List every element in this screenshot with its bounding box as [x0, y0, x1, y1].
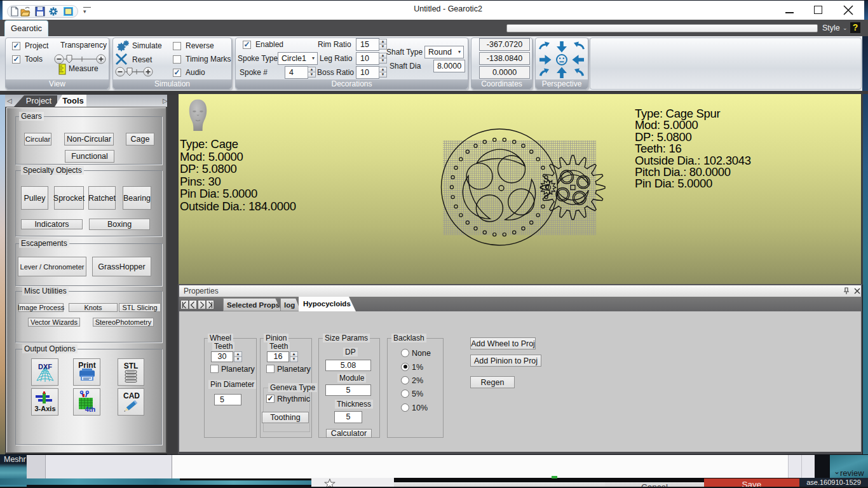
svg-text:Print: Print [78, 361, 95, 370]
svg-text:4th: 4th [85, 405, 95, 413]
svg-text:3-Axis: 3-Axis [34, 405, 55, 412]
svg-text:DXF: DXF [38, 363, 52, 370]
svg-text:STL: STL [124, 362, 139, 370]
svg-text:CAD: CAD [123, 391, 140, 400]
